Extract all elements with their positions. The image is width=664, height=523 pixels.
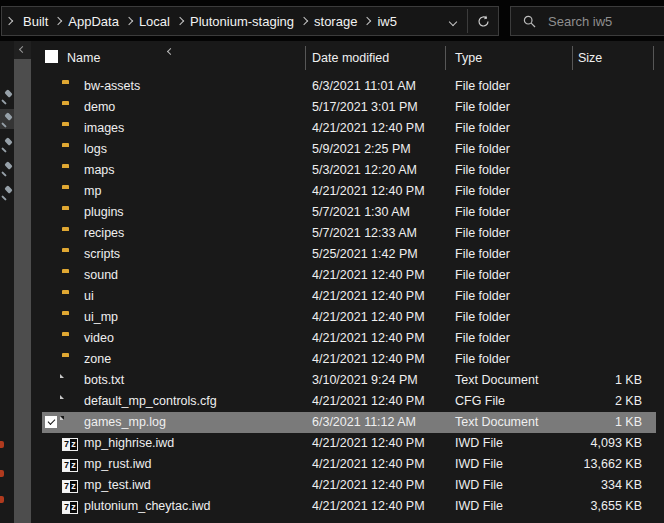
file-row[interactable]: plutonium_cheytac.iwd 4/21/2021 12:40 PM…	[42, 496, 656, 517]
file-name[interactable]: recipes	[84, 223, 124, 244]
pin-icon[interactable]	[0, 186, 13, 199]
file-date: 4/21/2021 12:40 PM	[312, 433, 425, 454]
file-date: 5/7/2021 12:33 AM	[312, 223, 417, 244]
search-input[interactable]	[546, 13, 650, 30]
nav-item-partial-icon	[0, 496, 4, 503]
breadcrumb-item[interactable]: storage	[307, 14, 364, 29]
row-checkbox[interactable]	[45, 416, 57, 428]
file-row[interactable]: zone 4/21/2021 12:40 PM File folder	[42, 349, 656, 370]
file-row[interactable]: recipes 5/7/2021 12:33 AM File folder	[42, 223, 656, 244]
file-type: File folder	[455, 244, 510, 265]
address-divider	[467, 9, 468, 33]
file-row[interactable]: ui 4/21/2021 12:40 PM File folder	[42, 286, 656, 307]
file-row[interactable]: logs 5/9/2021 2:25 PM File folder	[42, 139, 656, 160]
search-box[interactable]	[510, 6, 664, 36]
chevron-down-icon	[449, 18, 457, 26]
pin-icon[interactable]	[0, 162, 13, 175]
7z-archive-icon	[62, 501, 78, 514]
file-date: 4/21/2021 12:40 PM	[312, 391, 425, 412]
file-name[interactable]: plutonium_cheytac.iwd	[84, 496, 210, 517]
file-name[interactable]: images	[84, 118, 124, 139]
file-size: 2 KB	[615, 391, 642, 412]
refresh-button[interactable]	[473, 12, 493, 30]
column-divider[interactable]	[305, 46, 306, 70]
address-dropdown-button[interactable]	[446, 15, 460, 29]
breadcrumb-item[interactable]: Plutonium-staging	[183, 14, 301, 29]
file-row[interactable]: images 4/21/2021 12:40 PM File folder	[42, 118, 656, 139]
file-name[interactable]: maps	[84, 160, 115, 181]
nav-scrollbar[interactable]	[14, 41, 31, 523]
pin-icon[interactable]	[0, 90, 13, 103]
toolbar: BuiltAppDataLocalPlutonium-stagingstorag…	[0, 0, 664, 41]
file-size: 1 KB	[615, 370, 642, 391]
pin-icon[interactable]	[0, 113, 13, 126]
file-row[interactable]: sound 4/21/2021 12:40 PM File folder	[42, 265, 656, 286]
file-type: File folder	[455, 181, 510, 202]
file-row[interactable]: mp 4/21/2021 12:40 PM File folder	[42, 181, 656, 202]
address-bar[interactable]: BuiltAppDataLocalPlutonium-stagingstorag…	[1, 6, 499, 36]
file-row[interactable]: maps 5/3/2021 12:20 AM File folder	[42, 160, 656, 181]
select-all-checkbox[interactable]	[45, 50, 58, 63]
breadcrumb-item[interactable]: iw5	[370, 14, 404, 29]
file-name[interactable]: default_mp_controls.cfg	[84, 391, 217, 412]
file-name[interactable]: bots.txt	[84, 370, 124, 391]
file-row[interactable]: ui_mp 4/21/2021 12:40 PM File folder	[42, 307, 656, 328]
file-date: 5/25/2021 1:42 PM	[312, 244, 418, 265]
file-name[interactable]: games_mp.log	[84, 412, 166, 433]
file-row[interactable]: plugins 5/7/2021 1:30 AM File folder	[42, 202, 656, 223]
file-date: 4/21/2021 12:40 PM	[312, 454, 425, 475]
file-date: 5/9/2021 2:25 PM	[312, 139, 411, 160]
file-row[interactable]: mp_highrise.iwd 4/21/2021 12:40 PM IWD F…	[42, 433, 656, 454]
file-name[interactable]: mp	[84, 181, 101, 202]
file-size: 3,655 KB	[591, 496, 642, 517]
file-type: File folder	[455, 265, 510, 286]
file-type: Text Document	[455, 370, 538, 391]
file-row[interactable]: games_mp.log 6/3/2021 11:12 AM Text Docu…	[42, 412, 656, 433]
check-icon	[47, 417, 55, 425]
file-row[interactable]: default_mp_controls.cfg 4/21/2021 12:40 …	[42, 391, 656, 412]
file-row[interactable]: mp_rust.iwd 4/21/2021 12:40 PM IWD File …	[42, 454, 656, 475]
file-date: 4/21/2021 12:40 PM	[312, 496, 425, 517]
file-date: 5/7/2021 1:30 AM	[312, 202, 410, 223]
file-date: 4/21/2021 12:40 PM	[312, 349, 425, 370]
column-header-date-modified[interactable]: Date modified	[312, 51, 389, 65]
breadcrumb-item[interactable]: AppData	[61, 14, 126, 29]
column-header-name[interactable]: Name	[67, 51, 100, 65]
file-name[interactable]: plugins	[84, 202, 124, 223]
file-name[interactable]: demo	[84, 97, 115, 118]
7z-archive-icon	[62, 438, 78, 451]
file-name[interactable]: zone	[84, 349, 111, 370]
file-name[interactable]: bw-assets	[84, 76, 140, 97]
column-divider[interactable]	[445, 46, 446, 70]
file-row[interactable]: mp_test.iwd 4/21/2021 12:40 PM IWD File …	[42, 475, 656, 496]
file-date: 3/10/2021 9:24 PM	[312, 370, 418, 391]
file-name[interactable]: video	[84, 328, 114, 349]
file-date: 6/3/2021 11:01 AM	[312, 76, 416, 97]
file-row[interactable]: scripts 5/25/2021 1:42 PM File folder	[42, 244, 656, 265]
file-row[interactable]: video 4/21/2021 12:40 PM File folder	[42, 328, 656, 349]
file-name[interactable]: sound	[84, 265, 118, 286]
breadcrumb-item[interactable]: Built	[16, 14, 55, 29]
file-explorer-window: BuiltAppDataLocalPlutonium-stagingstorag…	[0, 0, 664, 523]
scrollbar-up-button[interactable]	[14, 41, 31, 58]
file-type: File folder	[455, 76, 510, 97]
scrollbar-thumb[interactable]	[14, 59, 31, 523]
file-name[interactable]: ui_mp	[84, 307, 118, 328]
file-name[interactable]: logs	[84, 139, 107, 160]
column-header-size[interactable]: Size	[578, 51, 602, 65]
file-name[interactable]: mp_rust.iwd	[84, 454, 151, 475]
column-divider[interactable]	[572, 46, 573, 70]
file-type: File folder	[455, 139, 510, 160]
file-row[interactable]: bw-assets 6/3/2021 11:01 AM File folder	[42, 76, 656, 97]
column-divider[interactable]	[653, 46, 654, 70]
file-name[interactable]: ui	[84, 286, 94, 307]
file-name[interactable]: mp_highrise.iwd	[84, 433, 174, 454]
column-header-type[interactable]: Type	[455, 51, 482, 65]
breadcrumb-item[interactable]: Local	[132, 14, 177, 29]
file-date: 4/21/2021 12:40 PM	[312, 265, 425, 286]
file-row[interactable]: demo 5/17/2021 3:01 PM File folder	[42, 97, 656, 118]
pin-icon[interactable]	[0, 138, 13, 151]
file-row[interactable]: bots.txt 3/10/2021 9:24 PM Text Document…	[42, 370, 656, 391]
file-name[interactable]: scripts	[84, 244, 120, 265]
file-name[interactable]: mp_test.iwd	[84, 475, 151, 496]
